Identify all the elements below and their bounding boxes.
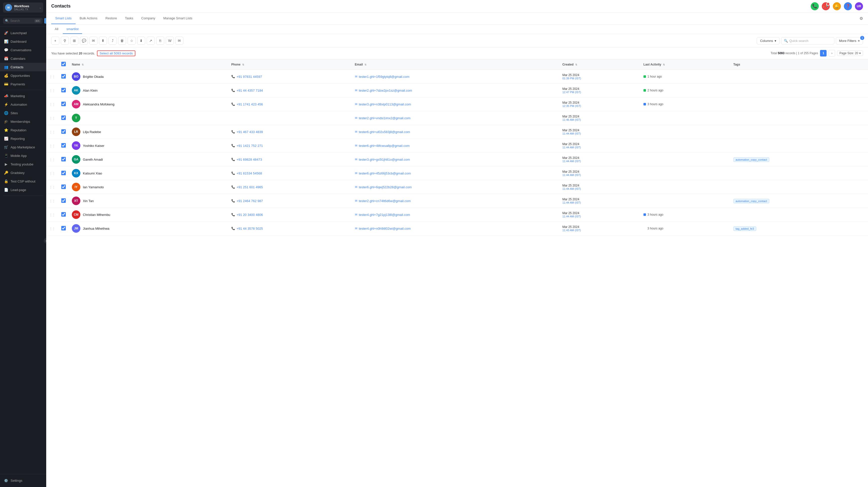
upload-button[interactable]: ⬆ — [99, 37, 107, 45]
email-value[interactable]: tester4.ghl+n0h9i802wi@gmail.com — [359, 227, 411, 230]
created-col-header[interactable]: Created ⇅ — [559, 59, 641, 70]
megaphone-icon-button[interactable]: 📣 — [822, 2, 830, 10]
tab-bulk-actions[interactable]: Bulk Actions — [75, 13, 101, 24]
quick-search-input[interactable] — [789, 39, 832, 43]
tab-manage-smart-lists[interactable]: Manage Smart Lists — [159, 13, 196, 24]
email-value[interactable]: tester2.ghl+cn74lt6d6w@gmail.com — [359, 199, 411, 203]
name-col-header[interactable]: Name ⇅ — [69, 59, 228, 70]
email-col-header[interactable]: Email ⇅ — [352, 59, 559, 70]
contact-name[interactable]: Lilja Radebe — [83, 130, 101, 134]
workspace-selector[interactable]: W Workflows DALLAS, TX ⌄ — [3, 2, 43, 12]
sub-tab-all[interactable]: All — [51, 25, 62, 34]
sidebar-item-sites[interactable]: 🌐Sites — [0, 109, 46, 117]
sidebar-item-mobile-app[interactable]: 📱Mobile App — [0, 151, 46, 160]
row-drag[interactable]: ⋮⋮ — [46, 84, 58, 97]
next-page-button[interactable]: › — [829, 50, 835, 57]
contact-name[interactable]: Alan Klein — [83, 89, 98, 92]
add-contact-button[interactable]: + — [51, 37, 59, 45]
phone-value[interactable]: +91 251 601 4965 — [237, 185, 263, 189]
tag-badge[interactable]: automation_copy_contact — [733, 157, 769, 162]
phone-value[interactable]: +91 1421 752 271 — [237, 144, 263, 148]
tab-smart-lists[interactable]: Smart Lists — [51, 13, 75, 24]
copy-button[interactable]: ⎘ — [156, 37, 164, 45]
phone-value[interactable]: +91 1741 423 456 — [237, 102, 263, 106]
sidebar-item-contacts[interactable]: 👥Contacts — [0, 63, 46, 71]
help-icon-button[interactable]: ❓ — [844, 2, 852, 10]
tag-badge[interactable]: tag_added_fe3 — [733, 226, 756, 231]
row-drag[interactable]: ⋮⋮ — [46, 139, 58, 153]
contact-name[interactable]: Gareth Amadi — [83, 158, 103, 161]
sub-tab-smartlist[interactable]: smartlist — [63, 25, 82, 34]
sidebar-item-dashboard[interactable]: 📊Dashboard — [0, 37, 46, 46]
tab-tasks[interactable]: Tasks — [121, 13, 137, 24]
phone-col-header[interactable]: Phone ⇅ — [228, 59, 352, 70]
row-checkbox[interactable] — [61, 129, 66, 134]
contact-name[interactable]: Ian Yamamoto — [83, 185, 104, 189]
row-checkbox[interactable] — [61, 171, 66, 175]
tag-badge[interactable]: automation_copy_contact — [733, 199, 769, 203]
sidebar-item-gradskey[interactable]: 🔑Gradskey — [0, 168, 46, 177]
add-button[interactable]: + — [44, 18, 46, 24]
more-filters-button[interactable]: More Filters ≡ 1 — [836, 37, 863, 44]
row-drag[interactable]: ⋮⋮ — [46, 180, 58, 194]
email-value[interactable]: tester6.ghl+6qwj522b28@gmail.com — [359, 185, 412, 189]
email-value[interactable]: tester3.ghl+gs5l1jh81o@gmail.com — [359, 158, 410, 161]
row-checkbox[interactable] — [61, 88, 66, 92]
star-button[interactable]: ☆ — [128, 37, 135, 45]
phone-value[interactable]: +91 20 3400 4806 — [237, 213, 263, 217]
row-checkbox[interactable] — [61, 143, 66, 148]
phone-icon-button[interactable]: 📞 — [811, 2, 819, 10]
row-checkbox[interactable] — [61, 74, 66, 78]
share-button[interactable]: ↗ — [147, 37, 155, 45]
row-checkbox[interactable] — [61, 212, 66, 217]
contact-name[interactable]: Xin Tan — [83, 199, 94, 203]
phone-value[interactable]: +91 44 4357 7184 — [237, 89, 263, 92]
message-button[interactable]: 💬 — [80, 37, 88, 45]
contact-name[interactable]: Yoshiko Kaiser — [83, 144, 104, 148]
email-value[interactable]: tester4.ghl+7g21pj13l8@gmail.com — [359, 213, 410, 217]
row-checkbox[interactable] — [61, 102, 66, 106]
row-drag[interactable]: ⋮⋮ — [46, 97, 58, 111]
contact-name[interactable]: Aleksandra Mofokeng — [83, 102, 115, 106]
user-avatar[interactable]: UR — [855, 2, 863, 10]
sidebar-item-opportunities[interactable]: 💰Opportunities — [0, 71, 46, 80]
sidebar-item-marketing[interactable]: 📣Marketing — [0, 92, 46, 100]
email-value[interactable]: tester3.ghl+n38xlp0113@gmail.com — [359, 102, 411, 106]
phone-value[interactable]: +91 97831 44597 — [237, 75, 262, 78]
sidebar-search-input[interactable] — [10, 19, 33, 23]
phone-value[interactable]: +91 44 3578 5025 — [237, 227, 263, 230]
email-value[interactable]: tester2.ghl+vndsi1imx2@gmail.com — [359, 116, 411, 120]
row-drag[interactable]: ⋮⋮ — [46, 111, 58, 125]
email-value[interactable]: tester6.ghl+4lifcwua8p@gmail.com — [359, 144, 410, 148]
email-button[interactable]: ✉ — [89, 37, 97, 45]
sidebar-item-testing-youtube[interactable]: ▶Testing youtube — [0, 160, 46, 168]
whatsapp-button[interactable]: W — [166, 37, 174, 45]
filter-button[interactable]: ⚲ — [61, 37, 69, 45]
activity-col-header[interactable]: Last Activity ⇅ — [641, 59, 731, 70]
contact-name[interactable]: Jianhua Mthethwa — [83, 227, 110, 230]
sidebar-item-reporting[interactable]: 📈Reporting — [0, 134, 46, 143]
download-button[interactable]: ⬇ — [137, 37, 145, 45]
row-drag[interactable]: ⋮⋮ — [46, 70, 58, 84]
sidebar-item-app-marketplace[interactable]: 🛒App Marketplace — [0, 143, 46, 151]
row-drag[interactable]: ⋮⋮ — [46, 125, 58, 139]
contact-name[interactable]: Brigitte Okada — [83, 75, 103, 78]
row-checkbox[interactable] — [61, 185, 66, 189]
row-checkbox[interactable] — [61, 226, 66, 230]
row-drag[interactable]: ⋮⋮ — [46, 153, 58, 166]
email-value[interactable]: tester6.ghl+ul02u583j8@gmail.com — [359, 130, 410, 134]
settings-gear-icon[interactable]: ⚙ — [860, 12, 863, 24]
select-all-button[interactable]: Select all 5093 records — [97, 51, 135, 56]
current-page-button[interactable]: 1 — [820, 50, 827, 57]
columns-button[interactable]: Columns ▾ — [757, 37, 779, 44]
row-checkbox[interactable] — [61, 116, 66, 120]
row-checkbox[interactable] — [61, 157, 66, 161]
email-value[interactable]: tester6.ghl+45z66j53cb@gmail.com — [359, 171, 411, 175]
sidebar-item-test-csp[interactable]: 🔒Test CSP without — [0, 177, 46, 186]
row-drag[interactable]: ⋮⋮ — [46, 222, 58, 235]
tab-company[interactable]: Company — [137, 13, 159, 24]
bell-icon-button[interactable]: 🔔 — [833, 2, 841, 10]
row-drag[interactable]: ⋮⋮ — [46, 194, 58, 208]
row-checkbox[interactable] — [61, 198, 66, 203]
sidebar-item-lead-page[interactable]: 📄Lead-page — [0, 186, 46, 194]
